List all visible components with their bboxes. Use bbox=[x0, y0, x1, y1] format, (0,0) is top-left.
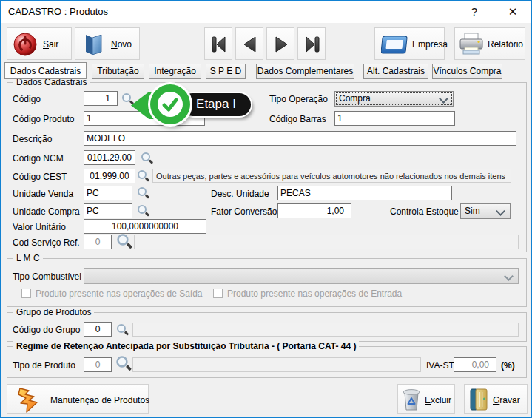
tipo-produto-input[interactable] bbox=[84, 357, 112, 372]
manutencao-produtos-label: Manutenção de Produtos bbox=[50, 395, 149, 405]
unidade-venda-input[interactable] bbox=[84, 186, 132, 200]
codigo-cest-label: Código CEST bbox=[13, 172, 67, 182]
nav-next-icon bbox=[272, 35, 291, 54]
unidade-venda-label: Unidade Venda bbox=[13, 189, 73, 199]
tipo-operacao-label: Tipo Operação bbox=[269, 94, 328, 104]
descricao-input[interactable] bbox=[84, 131, 516, 146]
descricao-label: Descrição bbox=[13, 134, 52, 144]
cod-servico-input[interactable] bbox=[84, 235, 112, 249]
gravar-button[interactable]: Gravar bbox=[464, 384, 528, 414]
cest-descricao-box: Outras peças, partes e acessórios para v… bbox=[152, 169, 511, 183]
close-button[interactable]: ✕ bbox=[498, 1, 528, 23]
sair-button[interactable]: Sair bbox=[7, 27, 72, 60]
tab-tributacao[interactable]: Tributação bbox=[92, 64, 144, 79]
tipo-produto-label: Tipo de Produto bbox=[13, 360, 75, 371]
codigo-grupo-label: Código do Grupo bbox=[13, 325, 80, 335]
tab-alt-cadastrais[interactable]: Alt. Cadastrais bbox=[363, 64, 428, 79]
trash-icon bbox=[402, 388, 421, 411]
help-button[interactable]: ? bbox=[459, 1, 489, 23]
power-icon bbox=[13, 33, 37, 56]
check-saida-label: Produto presente nas operações de Saída bbox=[36, 289, 203, 299]
gravar-label: Gravar bbox=[493, 395, 520, 405]
check-saida-checkbox bbox=[21, 289, 31, 298]
codigo-label: Código bbox=[13, 94, 41, 104]
folder-new-icon bbox=[83, 33, 104, 56]
empresa-label: Empresa bbox=[412, 39, 448, 50]
tab-integracao[interactable]: Integração bbox=[149, 64, 201, 79]
empresa-button[interactable]: Empresa bbox=[374, 27, 445, 60]
check-entrada-label: Produto presente nas operações de Entrad… bbox=[227, 289, 402, 299]
cod-servico-label: Cod Serviço Ref. bbox=[13, 237, 80, 248]
group-lmc-legend: L M C bbox=[13, 253, 43, 263]
iva-st-input[interactable] bbox=[454, 357, 496, 372]
codigo-lookup-icon[interactable] bbox=[121, 92, 134, 105]
codigo-grupo-lookup-icon[interactable] bbox=[116, 323, 129, 336]
excluir-button[interactable]: Excluir bbox=[397, 384, 455, 414]
novo-label: Novo bbox=[111, 39, 132, 50]
codigo-produto-label: Código Produto bbox=[13, 114, 74, 124]
chevron-down-icon bbox=[496, 206, 505, 216]
chevron-down-icon bbox=[504, 272, 514, 281]
chevron-down-icon bbox=[439, 94, 448, 104]
fator-conversao-input[interactable] bbox=[277, 203, 351, 218]
tipo-produto-lookup-icon[interactable] bbox=[115, 355, 132, 371]
codigo-cest-input[interactable] bbox=[84, 169, 135, 183]
codigo-grupo-input[interactable] bbox=[84, 322, 112, 337]
valor-unitario-input[interactable] bbox=[84, 219, 206, 234]
controla-estoque-label: Controla Estoque bbox=[390, 206, 459, 217]
codigo-barras-input[interactable] bbox=[334, 111, 455, 126]
unidade-venda-lookup-icon[interactable] bbox=[137, 186, 149, 199]
printer-icon bbox=[459, 33, 484, 56]
checkmark-icon bbox=[158, 92, 183, 117]
cod-servico-lookup-icon[interactable] bbox=[116, 233, 132, 249]
nav-last-button[interactable] bbox=[297, 27, 326, 60]
iva-st-label: IVA-ST bbox=[426, 360, 454, 371]
monitor-icon bbox=[381, 36, 408, 55]
codigo-ncm-label: Código NCM bbox=[13, 153, 64, 164]
etapa-callout-pill: Etapa I bbox=[181, 93, 251, 116]
codigo-input[interactable] bbox=[84, 91, 118, 106]
nav-first-button[interactable] bbox=[204, 27, 232, 60]
tipo-operacao-value: Compra bbox=[339, 93, 371, 104]
tipo-produto-descricao-box bbox=[132, 357, 421, 372]
fator-conversao-label: Fator Conversão bbox=[211, 206, 277, 217]
controla-estoque-select[interactable]: Sim bbox=[460, 203, 511, 219]
manutencao-produtos-button[interactable]: Manutenção de Produtos bbox=[7, 384, 149, 414]
app-window: CADASTRO : Produtos ? ✕ Sair Novo bbox=[0, 0, 532, 418]
novo-button[interactable]: Novo bbox=[75, 27, 140, 60]
cod-servico-descricao-box bbox=[134, 235, 519, 249]
excluir-label: Excluir bbox=[425, 395, 451, 405]
group-regime-legend: Regime de Retenção Antecipada por Substi… bbox=[13, 341, 359, 351]
relatorio-button[interactable]: Relatório bbox=[454, 27, 525, 60]
cest-lookup-icon[interactable] bbox=[137, 169, 149, 182]
tab-sped[interactable]: S P E D bbox=[206, 64, 246, 79]
controla-estoque-value: Sim bbox=[465, 206, 480, 216]
valor-unitario-label: Valor Unitário bbox=[13, 222, 66, 232]
save-folder-icon bbox=[469, 388, 488, 411]
tab-dados-complementares[interactable]: Dados Complementares bbox=[256, 64, 354, 79]
desc-unidade-label: Desc. Unidade bbox=[211, 189, 269, 199]
unidade-compra-lookup-icon[interactable] bbox=[137, 204, 149, 217]
nav-previous-button[interactable] bbox=[235, 27, 263, 60]
group-grupo-produtos-legend: Grupo de Produtos bbox=[13, 307, 94, 317]
nav-previous-icon bbox=[240, 35, 260, 54]
bolt-icon bbox=[16, 387, 43, 414]
unidade-compra-input[interactable] bbox=[84, 203, 132, 218]
ncm-lookup-icon[interactable] bbox=[141, 152, 153, 164]
codigo-barras-label: Código Barras bbox=[269, 114, 326, 124]
tab-vinculos-compra[interactable]: Vínculos Compra bbox=[432, 64, 502, 79]
codigo-grupo-descricao-box bbox=[132, 323, 519, 337]
sair-label: Sair bbox=[43, 39, 58, 50]
check-entrada-checkbox bbox=[213, 289, 223, 298]
tipo-combustivel-select bbox=[84, 268, 519, 284]
tipo-operacao-select[interactable]: Compra bbox=[334, 91, 454, 107]
window-title: CADASTRO : Produtos bbox=[8, 6, 108, 17]
unidade-compra-label: Unidade Compra bbox=[13, 206, 80, 217]
tipo-combustivel-label: Tipo Combustível bbox=[13, 272, 81, 282]
codigo-ncm-input[interactable] bbox=[84, 150, 135, 165]
nav-next-button[interactable] bbox=[266, 27, 294, 60]
tab-dados-cadastrais[interactable]: Dados Cadastrais bbox=[4, 62, 87, 79]
desc-unidade-input[interactable] bbox=[277, 186, 452, 200]
title-bar: CADASTRO : Produtos ? ✕ bbox=[1, 1, 531, 23]
nav-last-icon bbox=[303, 35, 322, 54]
